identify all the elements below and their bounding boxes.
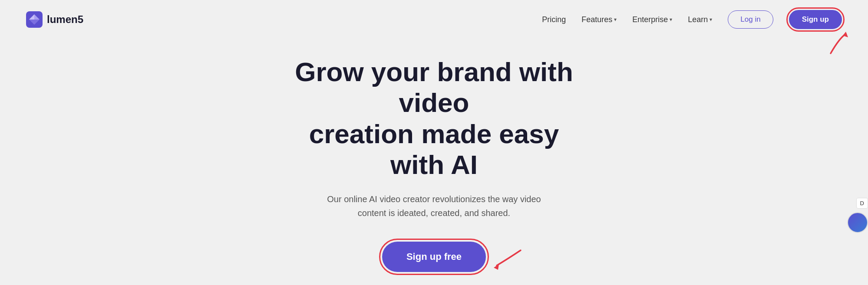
signup-nav-button[interactable]: Sign up <box>789 10 842 29</box>
nav-right: Pricing Features ▾ Enterprise ▾ Learn ▾ … <box>542 10 842 29</box>
nav-learn[interactable]: Learn ▾ <box>688 15 712 24</box>
chat-avatar[interactable] <box>847 212 868 233</box>
nav-enterprise[interactable]: Enterprise ▾ <box>632 15 672 24</box>
login-button[interactable]: Log in <box>728 10 773 29</box>
side-widget-label: D <box>856 198 868 209</box>
navbar: lumen5 Pricing Features ▾ Enterprise ▾ L… <box>0 0 868 39</box>
learn-chevron-icon: ▾ <box>710 16 712 23</box>
arrow-to-signup-free <box>490 246 525 272</box>
brand-name: lumen5 <box>47 13 83 26</box>
features-chevron-icon: ▾ <box>614 16 617 23</box>
signup-free-button[interactable]: Sign up free <box>382 242 486 272</box>
hero-subtitle: Our online AI video creator revolutioniz… <box>326 192 543 220</box>
hero-title: Grow your brand with video creation made… <box>282 56 586 180</box>
logo[interactable]: lumen5 <box>26 11 83 28</box>
side-widget: D <box>847 198 868 233</box>
hero-section: Grow your brand with video creation made… <box>0 39 868 272</box>
nav-pricing[interactable]: Pricing <box>542 15 566 24</box>
logo-icon <box>26 11 43 28</box>
cta-wrapper: Sign up free <box>382 242 486 272</box>
enterprise-chevron-icon: ▾ <box>670 16 672 23</box>
nav-features[interactable]: Features ▾ <box>581 15 617 24</box>
